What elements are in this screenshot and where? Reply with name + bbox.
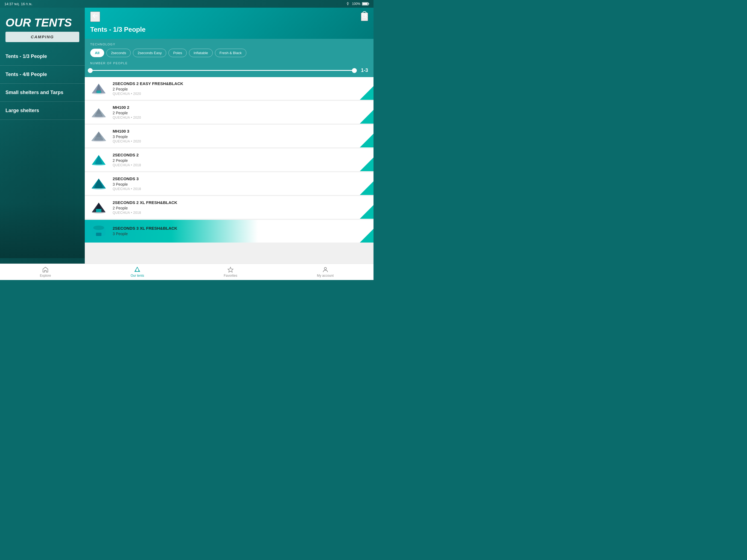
product-people: 3 People [113,232,369,236]
product-thumbnail [89,128,108,144]
panel-top-row [90,11,368,22]
product-info: 2SECONDS 3 3 People QUECHUA • 2018 [113,176,369,191]
bottom-nav-explore-label: Explore [40,274,51,278]
range-track [90,70,354,71]
product-item[interactable]: 2SECONDS 3 3 People QUECHUA • 2018 [85,172,374,195]
product-item[interactable]: 2SECONDS 2 EASY FRESH&BLACK 2 People QUE… [85,77,374,100]
product-people: 2 People [113,87,369,91]
product-info: 2SECONDS 2 EASY FRESH&BLACK 2 People QUE… [113,81,369,96]
product-info: MH100 3 3 People QUECHUA • 2020 [113,129,369,143]
svg-point-41 [324,268,327,270]
chip-poles[interactable]: Poles [169,49,187,57]
product-name: MH100 2 [113,105,369,110]
product-info: MH100 2 2 People QUECHUA • 2020 [113,105,369,120]
bottom-nav-our-tents[interactable]: Our tents [125,264,150,280]
product-people: 2 People [113,111,369,115]
product-thumbnail [89,105,108,120]
battery-text: 100% [352,2,360,6]
tent-image [91,130,107,142]
bottom-nav-account[interactable]: My account [311,264,339,280]
sidebar-item-large-shelters[interactable]: Large shelters [0,102,85,120]
camping-label: CAMPING [31,34,54,39]
product-people: 2 People [113,206,369,210]
tent-image [91,201,107,213]
product-name: MH100 3 [113,129,369,133]
product-thumbnail [89,200,108,215]
battery-icon [362,2,369,6]
global-search-button[interactable] [362,11,368,19]
panel-header: Tents - 1/3 People [85,8,374,39]
svg-line-7 [366,15,368,17]
sidebar: OUR TENTS CAMPING Tents - 1/3 People Ten… [0,0,85,280]
bottom-nav-tents-label: Our tents [131,274,144,278]
status-icons: 100% [345,2,369,6]
product-item[interactable]: MH100 2 2 People QUECHUA • 2020 [85,101,374,124]
product-info: 2SECONDS 2 2 People QUECHUA • 2018 [113,153,369,167]
sidebar-item-small-shelters[interactable]: Small shelters and Tarps [0,84,85,102]
sidebar-item-tents-1-3[interactable]: Tents - 1/3 People [0,48,85,66]
svg-rect-17 [96,114,101,117]
svg-rect-25 [96,161,101,164]
svg-marker-37 [135,267,140,272]
people-range: 1-3 [90,68,368,73]
range-value-display: 1-3 [358,68,368,73]
product-name: 2SECONDS 2 EASY FRESH&BLACK [113,81,369,86]
technology-chips: All 2seconds 2seconds Easy Poles Inflata… [90,49,368,57]
product-info: 2SECONDS 2 XL FRESH&BLACK 2 People QUECH… [113,200,369,215]
tent-image [91,225,107,237]
chip-all[interactable]: All [90,49,104,57]
wifi-icon [345,2,350,6]
svg-marker-40 [228,267,233,272]
svg-rect-5 [368,3,369,4]
svg-rect-36 [96,233,101,236]
chip-inflatable[interactable]: Inflatable [189,49,213,57]
global-search-icon [362,11,368,17]
bottom-nav-favorites[interactable]: Favorites [218,264,242,280]
tent-image [91,154,107,166]
product-people: 2 People [113,158,369,163]
app-title: OUR TENTS [0,17,85,32]
svg-rect-21 [96,137,102,141]
range-thumb-right[interactable] [352,68,357,73]
back-button[interactable] [90,11,100,22]
svg-rect-4 [363,3,368,5]
tent-image [91,177,107,190]
star-icon [228,266,233,273]
main-panel: Tents - 1/3 People TECHNOLOGY All 2secon… [85,8,374,263]
product-thumbnail [89,224,108,239]
product-brand: QUECHUA • 2018 [113,187,369,191]
product-item[interactable]: MH100 3 3 People QUECHUA • 2020 [85,125,374,147]
sidebar-item-tents-4-8[interactable]: Tents - 4/8 People [0,66,85,84]
range-thumb-left[interactable] [88,68,93,73]
product-brand: QUECHUA • 2020 [113,139,369,143]
status-time: 14:37 พฤ. 16 ก.พ. [4,1,32,7]
back-arrow-icon [92,13,98,19]
svg-point-35 [93,226,104,230]
panel-title: Tents - 1/3 People [90,26,368,33]
product-info: 2SECONDS 3 XL FRESH&BLACK 3 People [113,226,369,236]
product-thumbnail [89,176,108,191]
product-brand: QUECHUA • 2018 [113,211,369,215]
product-people: 3 People [113,182,369,186]
home-icon [42,266,48,273]
filter-section: TECHNOLOGY All 2seconds 2seconds Easy Po… [85,39,374,77]
product-thumbnail [89,152,108,167]
sidebar-navigation: Tents - 1/3 People Tents - 4/8 People Sm… [0,48,85,120]
technology-label: TECHNOLOGY [90,43,368,46]
chip-2seconds[interactable]: 2seconds [106,49,131,57]
svg-rect-13 [97,91,101,93]
camping-badge: CAMPING [5,32,79,42]
bottom-nav-account-label: My account [317,274,334,278]
product-brand: QUECHUA • 2020 [113,92,369,96]
product-thumbnail [89,81,108,96]
bottom-nav-explore[interactable]: Explore [34,264,57,280]
svg-rect-33 [96,209,101,212]
product-item[interactable]: 2SECONDS 2 2 People QUECHUA • 2018 [85,149,374,171]
chip-fresh-black[interactable]: Fresh & Black [215,49,247,57]
svg-rect-29 [96,184,102,188]
product-list: 2SECONDS 2 EASY FRESH&BLACK 2 People QUE… [85,77,374,263]
product-item[interactable]: 2SECONDS 3 XL FRESH&BLACK 3 People [85,220,374,243]
range-fill [90,70,354,71]
product-item[interactable]: 2SECONDS 2 XL FRESH&BLACK 2 People QUECH… [85,196,374,219]
chip-2seconds-easy[interactable]: 2seconds Easy [133,49,166,57]
